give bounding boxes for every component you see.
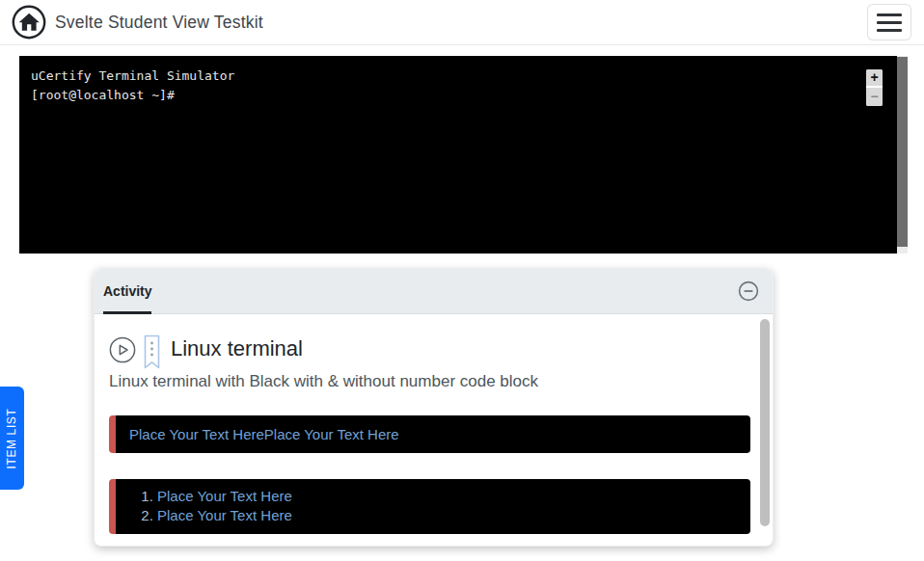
activity-tab[interactable]: Activity — [103, 283, 152, 299]
activity-subtitle: Linux terminal with Black with & without… — [109, 371, 749, 391]
list-item: Place Your Text Here — [157, 506, 750, 525]
activity-title-row: Linux terminal — [109, 334, 749, 370]
hamburger-bar — [877, 21, 902, 24]
menu-toggle-button[interactable] — [867, 4, 911, 40]
home-icon — [12, 5, 46, 40]
activity-card-body: Linux terminal Linux terminal with Black… — [95, 314, 773, 534]
bookmark-icon — [143, 334, 161, 370]
code-block-list: Place Your Text Here Place Your Text Her… — [116, 487, 750, 525]
top-navbar: Svelte Student View Testkit — [0, 0, 924, 45]
item-list-tab-label: ITEM LIST — [6, 408, 19, 468]
minus-circle-icon — [738, 280, 759, 302]
activity-card-header: Activity — [95, 269, 773, 314]
terminal-scrollbar[interactable] — [897, 56, 908, 254]
item-list-tab[interactable]: ITEM LIST — [0, 387, 24, 490]
zoom-out-button[interactable]: − — [866, 88, 883, 106]
hamburger-bar — [877, 13, 902, 16]
code-block-numbered: Place Your Text Here Place Your Text Her… — [109, 479, 750, 534]
code-block-link[interactable]: Place Your Text HerePlace Your Text Here — [129, 426, 399, 442]
play-icon[interactable] — [109, 336, 136, 363]
list-item: Place Your Text Here — [157, 487, 750, 506]
code-block-link[interactable]: Place Your Text Here — [157, 488, 292, 504]
terminal-banner-line: uCertify Terminal Simulator — [31, 67, 897, 86]
navbar-brand[interactable]: Svelte Student View Testkit — [12, 5, 263, 40]
code-block-link[interactable]: Place Your Text Here — [157, 507, 292, 523]
activity-card: Activity — [94, 268, 774, 547]
terminal-scrollbar-thumb[interactable] — [897, 57, 908, 247]
collapse-card-button[interactable] — [738, 280, 759, 302]
zoom-in-button[interactable]: + — [866, 69, 883, 88]
terminal-emulator[interactable]: uCertify Terminal Simulator [root@localh… — [19, 56, 897, 254]
card-scrollbar-thumb[interactable] — [760, 319, 770, 526]
app-title: Svelte Student View Testkit — [55, 13, 263, 33]
terminal-prompt-line: [root@localhost ~]# — [31, 86, 897, 105]
terminal-zoom-control: + − — [866, 69, 883, 106]
hamburger-bar — [877, 29, 902, 32]
code-block-plain: Place Your Text HerePlace Your Text Here — [109, 415, 750, 453]
activity-title: Linux terminal — [171, 334, 303, 363]
